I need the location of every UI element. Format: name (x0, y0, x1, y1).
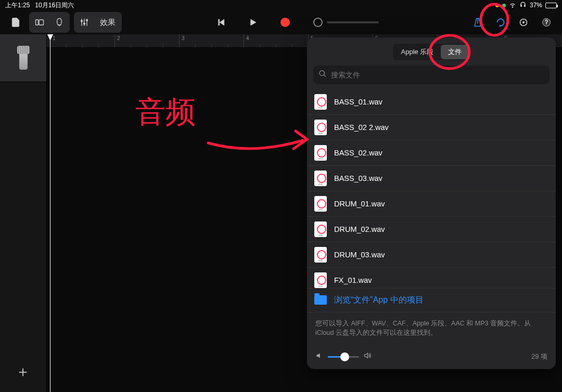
play-button[interactable] (244, 13, 262, 32)
privacy-indicator-dot (502, 4, 506, 7)
ruler-bar: 3 (179, 34, 185, 47)
file-name: BASS_02 2.wav (334, 123, 389, 132)
audio-file-icon (314, 221, 327, 237)
file-row[interactable]: FX_01.wav (307, 268, 556, 288)
transport-controls (211, 13, 295, 32)
battery-icon (545, 3, 557, 8)
tab-files[interactable]: 文件 (441, 45, 469, 59)
playhead[interactable] (50, 34, 50, 392)
volume-high-icon (363, 351, 372, 362)
help-button[interactable]: ? (537, 13, 556, 32)
audio-file-icon (314, 272, 327, 288)
volume-slider-track[interactable] (328, 356, 359, 358)
ruler-bar: 2 (114, 34, 120, 47)
metronome-button[interactable] (468, 13, 487, 32)
file-row[interactable]: BASS_02.wav (307, 140, 556, 166)
item-count: 29 项 (531, 352, 547, 361)
status-time: 上午1:25 (5, 1, 30, 10)
file-name: DRUM_01.wav (334, 200, 385, 208)
tracks-view-button[interactable] (30, 13, 49, 32)
file-row[interactable]: DRUM_02.wav (307, 217, 556, 242)
svg-point-4 (86, 19, 87, 21)
file-row[interactable]: DRUM_03.wav (307, 242, 556, 268)
record-button[interactable] (276, 13, 295, 32)
status-date: 10月16日周六 (35, 1, 74, 10)
master-volume[interactable] (313, 18, 379, 27)
search-icon (318, 70, 327, 80)
audio-file-icon (314, 196, 327, 212)
fx-button[interactable]: 效果 (95, 18, 121, 28)
file-name: DRUM_02.wav (334, 225, 385, 233)
audio-file-icon (314, 171, 327, 186)
svg-rect-1 (39, 20, 43, 25)
import-hint-text: 您可以导入 AIFF、WAV、CAF、Apple 乐段、AAC 和 MP3 音频… (307, 312, 556, 347)
track-headers-column (0, 34, 47, 392)
toolbar: 效果 ? (0, 10, 562, 34)
browse-files-label: 浏览“文件”App 中的项目 (334, 295, 424, 306)
file-row[interactable]: BASS_02 2.wav (307, 115, 556, 140)
battery-percent: 37% (530, 2, 542, 9)
volume-low-icon (315, 351, 324, 362)
status-bar: 上午1:25 10月16日周六 37% (0, 0, 562, 10)
file-name: FX_01.wav (334, 276, 372, 284)
audio-file-icon (314, 94, 327, 110)
controls-fx-group: 效果 (74, 12, 122, 33)
audio-track-header[interactable] (0, 34, 46, 82)
file-row[interactable]: DRUM_01.wav (307, 191, 556, 217)
instrument-browser-button[interactable] (50, 13, 69, 32)
wifi-icon (509, 1, 516, 10)
svg-point-6 (522, 21, 524, 23)
svg-text:?: ? (545, 19, 548, 25)
svg-point-2 (81, 20, 82, 22)
microphone-icon (19, 47, 28, 70)
file-name: BASS_03.wav (334, 174, 382, 182)
audio-file-icon (314, 247, 327, 263)
ruler-bar: 4 (244, 34, 249, 47)
file-name: DRUM_03.wav (334, 251, 385, 259)
tab-apple-loops[interactable]: Apple 乐段 (394, 45, 441, 59)
file-row[interactable]: BASS_01.wav (307, 89, 556, 115)
audio-file-icon (314, 145, 327, 161)
settings-button[interactable] (514, 13, 533, 32)
folder-icon (314, 295, 327, 305)
add-track-button[interactable]: ＋ (16, 362, 30, 382)
svg-rect-0 (36, 20, 39, 25)
headphones-icon (519, 1, 527, 10)
browse-files-app-row[interactable]: 浏览“文件”App 中的项目 (307, 288, 556, 312)
panel-footer: 29 项 (307, 346, 556, 369)
loop-browser-button[interactable] (491, 13, 510, 32)
file-row[interactable]: BASS_03.wav (307, 166, 556, 191)
file-browser-panel: Apple 乐段 文件 BASS_01.wavBASS_02 2.wavBASS… (307, 37, 556, 369)
browser-segmented-control: Apple 乐段 文件 (393, 44, 470, 60)
audio-file-icon (314, 120, 327, 135)
recording-indicator-dot (495, 4, 499, 7)
search-input[interactable] (331, 71, 544, 79)
my-songs-button[interactable] (6, 13, 25, 32)
file-list[interactable]: BASS_01.wavBASS_02 2.wavBASS_02.wavBASS_… (307, 89, 556, 288)
track-controls-button[interactable] (75, 13, 94, 32)
preview-volume[interactable] (315, 351, 372, 362)
search-field[interactable] (313, 66, 550, 84)
go-to-start-button[interactable] (211, 13, 230, 32)
file-name: BASS_01.wav (334, 98, 382, 106)
view-browser-group (29, 12, 70, 33)
svg-point-3 (83, 23, 85, 24)
file-name: BASS_02.wav (334, 149, 382, 157)
